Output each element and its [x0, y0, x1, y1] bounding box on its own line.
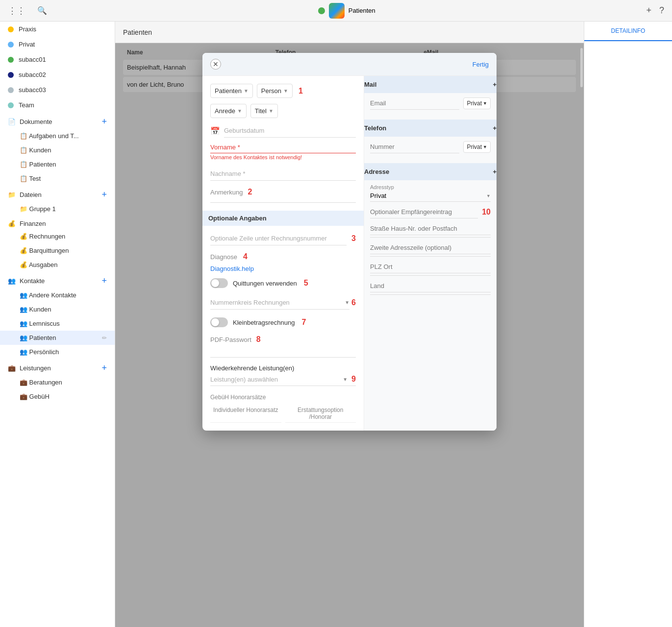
contact-type-select[interactable]: Patienten ▼: [210, 84, 253, 98]
menu-dots-icon[interactable]: ⋮⋮: [8, 5, 25, 16]
leistungen-select[interactable]: Leistung(en) auswählen ▼: [210, 376, 348, 383]
sidebar-section-kontakte[interactable]: 👥 Kontakte +: [0, 272, 115, 288]
edit-icon-patienten[interactable]: ✏: [102, 335, 107, 341]
telefon-add-button[interactable]: +: [493, 124, 497, 132]
adresse-section-label: Adresse: [364, 168, 389, 175]
section-optionale-label: Optionale Angaben: [208, 215, 267, 222]
sidebar-label-ausgaben: 💰 Ausgaben: [20, 261, 57, 268]
main-layout: Praxis Privat subacc01 subacc02 subacc03…: [0, 22, 672, 627]
sidebar-section-finanzen[interactable]: 💰 Finanzen: [0, 216, 115, 229]
adresse-section-body: Adresstyp Privat ▼ 10: [364, 184, 497, 295]
adresstyp-select[interactable]: Privat ▼: [370, 192, 491, 202]
sidebar-item-barquittungen[interactable]: 💰 Barquittungen: [0, 243, 115, 258]
gebuh-row: Individueller Honorarsatz Erstattungsopt…: [210, 405, 356, 423]
land-row: [370, 280, 491, 295]
quittungen-toggle[interactable]: [210, 278, 228, 288]
kontakte-icon: 👥: [8, 277, 16, 285]
email-type-select[interactable]: Privat ▼: [463, 97, 491, 109]
modal-done-button[interactable]: Fertig: [473, 61, 489, 68]
sidebar-add-leistungen[interactable]: +: [101, 363, 107, 373]
pdf-passwort-input[interactable]: [210, 344, 356, 358]
nummernkreis-select[interactable]: Nummernkreis Rechnungen ▼: [210, 296, 349, 310]
add-icon[interactable]: +: [646, 5, 651, 16]
land-input[interactable]: [370, 280, 491, 292]
status-dot: [318, 7, 325, 14]
kleinbetrags-toggle[interactable]: [210, 317, 228, 327]
sidebar-item-lemniscus[interactable]: 👥 Lemniscus: [0, 316, 115, 331]
content-area: Patienten Name Telefon eMail Beispielhaf…: [115, 22, 584, 627]
empfanger-input[interactable]: [370, 206, 478, 218]
detailinfo-tab[interactable]: DETAILINFO: [584, 22, 672, 41]
diagnostik-link[interactable]: Diagnostik.help: [210, 265, 254, 272]
sidebar-item-test[interactable]: 📋 Test: [0, 171, 115, 186]
number-badge-3: 3: [351, 234, 356, 243]
sidebar-item-patienten[interactable]: 👥 Patienten ✏: [0, 331, 115, 345]
adresstyp-arrow: ▼: [486, 193, 491, 198]
sidebar-add-dokumente[interactable]: +: [101, 117, 107, 127]
anrede-select[interactable]: Anrede ▼: [210, 104, 247, 118]
email-input[interactable]: [370, 97, 459, 110]
sidebar-item-kunden-dok[interactable]: 📋 Kunden: [0, 143, 115, 157]
nummer-type-select[interactable]: Privat ▼: [463, 141, 491, 153]
titel-label: Titel: [255, 107, 267, 115]
dot-subacc01: [8, 57, 14, 63]
contact-type-row: Patienten ▼ Person ▼ 1: [210, 84, 356, 98]
adresszeile2-input[interactable]: [370, 241, 491, 254]
sidebar-section-dokumente[interactable]: 📄 Dokumente +: [0, 113, 115, 129]
sidebar-item-rechnungen[interactable]: 💰 Rechnungen: [0, 229, 115, 243]
nummernkreis-arrow: ▼: [345, 300, 349, 305]
anrede-label: Anrede: [215, 107, 235, 115]
sidebar-section-leistungen[interactable]: 💼 Leistungen +: [0, 359, 115, 375]
sidebar-item-persoenlich[interactable]: 👥 Persönlich: [0, 345, 115, 359]
sidebar-item-patienten-dok[interactable]: 📋 Patienten: [0, 157, 115, 171]
number-badge-4: 4: [243, 252, 248, 261]
strasse-input[interactable]: [370, 222, 491, 235]
gebuh-col2: Erstattungsoption /Honorar: [285, 405, 356, 423]
vorname-error: Vorname des Kontaktes ist notwendig!: [210, 154, 356, 160]
sidebar-item-praxis[interactable]: Praxis: [0, 22, 115, 37]
sidebar-item-beratungen[interactable]: 💼 Beratungen: [0, 375, 115, 389]
plz-input[interactable]: [370, 261, 491, 273]
kleinbetrags-row: Kleinbetragsrechnung 7: [210, 317, 356, 327]
number-badge-5: 5: [304, 279, 308, 288]
adresse-section-header: Adresse +: [364, 163, 497, 180]
sidebar-item-ausgaben[interactable]: 💰 Ausgaben: [0, 258, 115, 272]
adresse-add-button[interactable]: +: [493, 168, 497, 175]
help-icon[interactable]: ?: [659, 5, 664, 16]
sidebar-item-gebuh[interactable]: 💼 GebüH: [0, 389, 115, 404]
sidebar-item-team[interactable]: Team: [0, 97, 115, 113]
leistungen-placeholder: Leistung(en) auswählen: [210, 376, 278, 383]
sidebar-section-dateien[interactable]: 📁 Dateien +: [0, 186, 115, 202]
sidebar-item-subacc02[interactable]: subacc02: [0, 67, 115, 82]
sidebar-item-andere-kontakte[interactable]: 👥 Andere Kontakte: [0, 288, 115, 302]
sidebar-item-aufgaben[interactable]: 📋 Aufgaben und T...: [0, 129, 115, 143]
mail-section-label: Mail: [364, 81, 376, 88]
contact-subtype-select[interactable]: Person ▼: [257, 84, 293, 98]
sidebar-item-gruppe1[interactable]: 📁 Gruppe 1: [0, 202, 115, 216]
sidebar-add-dateien[interactable]: +: [101, 190, 107, 200]
finanzen-icon: 💰: [8, 220, 16, 227]
sidebar-label-privat: Privat: [19, 41, 35, 48]
sidebar-label-subacc02: subacc02: [19, 71, 46, 78]
sidebar-label-andere-kontakte: 👥 Andere Kontakte: [20, 291, 76, 299]
wiederkehrende-field: Wiederkehrende Leistung(en) Leistung(en)…: [210, 364, 356, 386]
sidebar-item-subacc01[interactable]: subacc01: [0, 52, 115, 67]
modal-close-button[interactable]: ✕: [210, 59, 221, 70]
sidebar-section-label-finanzen: 💰 Finanzen: [8, 220, 46, 227]
mail-add-button[interactable]: +: [493, 81, 497, 88]
sidebar-add-kontakte[interactable]: +: [101, 276, 107, 286]
sidebar-item-kunden[interactable]: 👥 Kunden: [0, 302, 115, 316]
sidebar-label-test: 📋 Test: [20, 175, 41, 182]
empfanger-row: 10: [370, 206, 491, 218]
sidebar-item-subacc03[interactable]: subacc03: [0, 82, 115, 97]
dot-team: [8, 102, 14, 108]
sidebar-item-privat[interactable]: Privat: [0, 37, 115, 52]
sidebar-label-praxis: Praxis: [19, 25, 36, 33]
optionale-zeile-input[interactable]: [210, 232, 347, 245]
nummer-input[interactable]: [370, 141, 459, 153]
nachname-field: [210, 167, 356, 181]
titel-select[interactable]: Titel ▼: [250, 104, 278, 118]
geburtsdatum-input[interactable]: [224, 124, 356, 138]
search-icon[interactable]: 🔍: [37, 6, 47, 15]
nachname-input[interactable]: [210, 167, 356, 181]
